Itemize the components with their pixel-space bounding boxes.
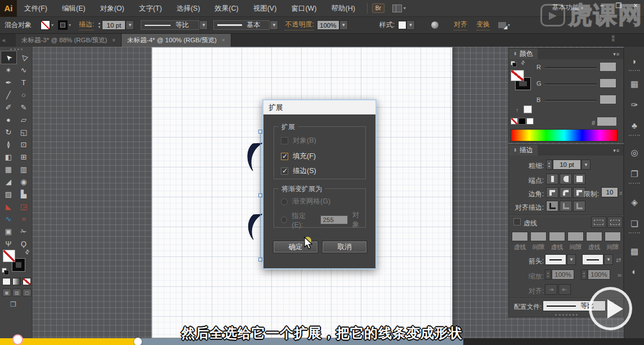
arrow-start-dropdown[interactable] [545,254,566,265]
dash-field-1[interactable] [530,232,547,241]
white-swatch[interactable] [524,105,532,113]
gradient-mesh-radio[interactable] [281,198,288,205]
dash-field-2[interactable] [549,232,565,241]
swap-fill-stroke-icon[interactable]: ⇄ [23,248,31,256]
weight-stepper[interactable]: ▲▼ [546,160,552,170]
weight-value[interactable]: 10 pt [553,160,581,170]
brush-definition-caret[interactable]: ▼ [270,20,278,30]
selection-handle-bottom[interactable] [258,258,262,262]
style-swatch[interactable] [398,21,406,29]
draw-behind-button[interactable]: ▨ [12,289,21,297]
limit-value[interactable]: 10 [601,187,618,197]
align-outside-button[interactable] [573,201,585,211]
g-value-field[interactable] [600,78,616,88]
scale-end-stepper[interactable]: ▲▼ [581,269,587,280]
zoom-tool-button[interactable]: Ϙ [16,237,32,250]
document-tab-1[interactable]: 未标题-4* @ 100% (RGB/预览)× [122,34,231,47]
menu-item-6[interactable]: 视图(V) [246,0,284,17]
appearance-panel-icon[interactable]: ◎ [624,148,644,158]
menu-item-4[interactable]: 选择(S) [169,0,208,17]
layout-caret-icon[interactable]: ▾ [404,6,406,11]
projecting-cap-button[interactable] [573,174,585,184]
preserve-dash-button[interactable] [591,216,606,228]
workspace-switcher[interactable]: 基本功能 ▾ [552,3,583,12]
arrow-end-dropdown[interactable] [582,254,603,265]
selection-handle-middle[interactable] [258,193,262,197]
dash-field-4[interactable] [586,232,602,241]
none-button[interactable] [23,278,31,285]
stroke-weight-value[interactable]: 10 pt [102,20,126,30]
fill-caret-icon[interactable]: ▾ [51,23,53,28]
wave-brush-tool-button[interactable]: ≈ [16,213,32,225]
symbols-panel-icon[interactable]: ♣ [624,121,644,130]
menu-item-3[interactable]: 文字(T) [132,0,169,17]
fill-color-well[interactable] [3,250,15,262]
gradient-tool-button[interactable]: ▥ [16,163,32,175]
selection-handle-top[interactable] [258,130,262,134]
scale-end-value[interactable]: 100% [588,269,610,280]
symbol-sprayer-tool-button[interactable]: ▨ [1,188,16,200]
menu-item-8[interactable]: 帮助(H) [324,0,363,17]
dock-collapse-icon[interactable]: «« [610,35,617,42]
transform-link[interactable]: 变换 [476,20,490,30]
arrow-end-caret[interactable]: ▼ [604,254,613,265]
menu-item-1[interactable]: 编辑(E) [55,0,93,17]
graphic-styles-panel-icon[interactable]: ❐ [624,169,644,179]
align-link[interactable]: 对齐 [454,20,467,30]
strip-grip-0[interactable] [629,70,640,71]
fill-well-none[interactable] [511,70,524,81]
direct-selection-tool-button[interactable]: ▷ [16,51,32,64]
fill-option-row[interactable]: 填充(F) [281,152,316,161]
fill-swatch[interactable] [41,20,50,30]
menu-item-2[interactable]: 对象(O) [93,0,132,17]
gradient-panel-icon[interactable]: ▩ [624,246,644,256]
cancel-button[interactable]: 取消 [322,241,367,253]
panel-menu-icon[interactable]: ▾≡ [613,148,623,153]
blob-brush-tool-button[interactable]: ● [1,113,16,126]
stroke-caret-icon[interactable]: ▾ [69,23,71,28]
width-tool-button[interactable]: ≬ [1,138,16,151]
dash-field-3[interactable] [567,232,584,241]
live-paint-bucket-tool-button[interactable]: ◣ [1,200,16,213]
zigzag-tool-button[interactable]: ∿ [1,213,16,225]
align-dash-button[interactable] [607,216,623,228]
color-spectrum[interactable] [511,129,618,141]
draw-normal-button[interactable]: ▣ [2,289,11,297]
scale-start-value[interactable]: 100% [552,269,574,280]
document-setup-icon[interactable] [431,21,439,29]
dialog-title[interactable]: 扩展 [263,100,375,114]
screen-mode-button[interactable]: ❐ [10,300,16,308]
dash-field-5[interactable] [605,232,621,241]
miter-join-button[interactable] [546,187,558,198]
lasso-tool-button[interactable]: ∿ [16,64,32,76]
panel-collapse-icon[interactable]: ⬍ [513,148,517,153]
strip-grip-1[interactable] [629,135,640,136]
align-center-button[interactable] [546,201,558,211]
r-value-field[interactable] [600,62,616,72]
line-segment-tool-button[interactable]: ╱ [1,89,16,101]
menu-item-7[interactable]: 窗口(W) [284,0,324,17]
butt-cap-button[interactable] [546,174,558,184]
pencil-tool-button[interactable]: ✎ [16,101,32,113]
bridge-button[interactable]: Br [372,3,384,13]
dashed-line-checkbox[interactable] [513,218,521,225]
document-layout-icon[interactable] [392,5,402,12]
toolbar-grip[interactable] [10,48,23,50]
transparency-panel-icon[interactable]: ◐ [624,267,644,276]
pen-tool-button[interactable]: ✒ [1,76,16,89]
fill-checkbox[interactable] [281,153,288,160]
object-checkbox[interactable] [281,137,288,144]
width-profile-caret[interactable]: ▼ [199,20,208,30]
menu-item-0[interactable]: 文件(F) [17,0,55,17]
panel-collapse-icon[interactable]: ⬍ [513,51,517,56]
none-swatch[interactable] [511,118,518,125]
color-button[interactable] [2,278,11,285]
gradient-mesh-option-row[interactable]: 渐变网格(G) [281,197,330,206]
g-slider[interactable] [545,83,597,85]
shape-builder-tool-button[interactable]: ◧ [1,151,16,163]
stroke-checkbox[interactable] [281,167,288,175]
rotate-tool-button[interactable]: ↻ [1,126,16,138]
opacity-label[interactable]: 不透明度: [285,20,314,30]
round-cap-button[interactable] [560,174,572,184]
white-swatch[interactable] [526,118,534,125]
